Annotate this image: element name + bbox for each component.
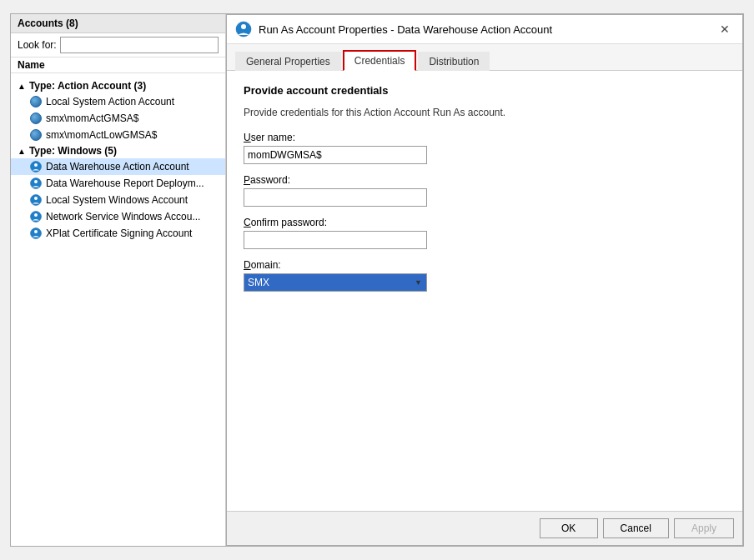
svg-point-11 — [241, 24, 246, 29]
domain-select[interactable]: SMX — [244, 273, 427, 292]
svg-point-1 — [34, 163, 38, 167]
dialog-footer: OK Cancel Apply — [227, 511, 742, 545]
list-item[interactable]: Local System Windows Account — [11, 192, 225, 208]
left-panel: Accounts (8) Look for: Name ▲ Type: Acti… — [11, 14, 226, 546]
collapse-triangle: ▲ — [18, 82, 26, 91]
svg-point-3 — [34, 180, 38, 183]
list-item[interactable]: Data Warehouse Action Account — [11, 158, 225, 175]
domain-label: Domain: — [244, 259, 726, 271]
main-container: Accounts (8) Look for: Name ▲ Type: Acti… — [10, 13, 744, 547]
windows-account-icon — [29, 177, 43, 190]
username-label: User name: — [244, 132, 726, 143]
item-label: Data Warehouse Report Deploym... — [46, 178, 204, 189]
cancel-button[interactable]: Cancel — [603, 518, 669, 538]
look-for-input[interactable] — [60, 37, 219, 53]
item-label: XPlat Certificate Signing Account — [46, 228, 192, 239]
dialog-title-icon — [235, 21, 252, 38]
password-label: Password: — [244, 174, 726, 186]
item-label: Local System Windows Account — [46, 194, 188, 206]
windows-account-icon — [29, 160, 43, 173]
group-windows-label: Type: Windows (5) — [29, 145, 117, 157]
tree-area: ▲ Type: Action Account (3) Local System … — [11, 75, 225, 546]
item-label: Local System Action Account — [46, 96, 174, 108]
globe-icon — [29, 95, 43, 108]
windows-account-icon — [29, 210, 43, 223]
look-for-row: Look for: — [11, 33, 225, 58]
dialog-titlebar: Run As Account Properties - Data Warehou… — [227, 15, 742, 44]
domain-select-wrapper: SMX — [244, 273, 427, 292]
col-name-header: Name — [11, 58, 225, 73]
username-input[interactable] — [244, 146, 427, 164]
confirm-password-group: Confirm password: — [244, 217, 726, 249]
username-group: User name: — [244, 132, 726, 164]
item-label: smx\momActLowGMSA$ — [46, 129, 157, 141]
ok-button[interactable]: OK — [540, 518, 598, 538]
domain-group: Domain: SMX — [244, 259, 726, 292]
accounts-header: Accounts (8) — [11, 14, 225, 33]
tab-general-properties[interactable]: General Properties — [235, 52, 341, 71]
tab-bar: General Properties Credentials Distribut… — [227, 44, 742, 71]
list-item[interactable]: smx\momActGMSA$ — [11, 110, 225, 127]
list-item[interactable]: smx\momActLowGMSA$ — [11, 127, 225, 143]
svg-point-5 — [34, 197, 38, 200]
list-item[interactable]: Data Warehouse Report Deploym... — [11, 175, 225, 192]
password-group: Password: — [244, 174, 726, 207]
svg-point-7 — [34, 213, 38, 217]
apply-button[interactable]: Apply — [674, 518, 734, 538]
tab-credentials[interactable]: Credentials — [343, 50, 417, 71]
close-button[interactable]: ✕ — [716, 20, 734, 38]
group-windows[interactable]: ▲ Type: Windows (5) — [11, 143, 225, 158]
group-action-account[interactable]: ▲ Type: Action Account (3) — [11, 78, 225, 93]
globe-icon — [29, 112, 43, 125]
look-for-label: Look for: — [18, 39, 57, 51]
windows-account-icon — [29, 193, 43, 207]
confirm-password-input[interactable] — [244, 231, 427, 249]
list-item[interactable]: Network Service Windows Accou... — [11, 208, 225, 225]
globe-icon — [29, 128, 43, 142]
description-text: Provide credentials for this Action Acco… — [244, 107, 726, 118]
collapse-triangle: ▲ — [18, 147, 26, 156]
group-action-label: Type: Action Account (3) — [29, 80, 146, 92]
windows-account-icon — [29, 227, 43, 240]
item-label: Data Warehouse Action Account — [46, 161, 189, 172]
item-label: smx\momActGMSA$ — [46, 112, 138, 124]
item-label: Network Service Windows Accou... — [46, 211, 200, 222]
dialog-content: Provide account credentials Provide cred… — [227, 71, 742, 511]
list-item[interactable]: Local System Action Account — [11, 93, 225, 110]
dialog: Run As Account Properties - Data Warehou… — [226, 14, 743, 546]
tab-distribution[interactable]: Distribution — [418, 52, 490, 71]
password-input[interactable] — [244, 188, 427, 207]
dialog-title-text: Run As Account Properties - Data Warehou… — [259, 23, 709, 36]
svg-point-9 — [34, 230, 38, 233]
confirm-password-label: Confirm password: — [244, 217, 726, 228]
section-title: Provide account credentials — [244, 84, 726, 97]
list-item[interactable]: XPlat Certificate Signing Account — [11, 225, 225, 242]
